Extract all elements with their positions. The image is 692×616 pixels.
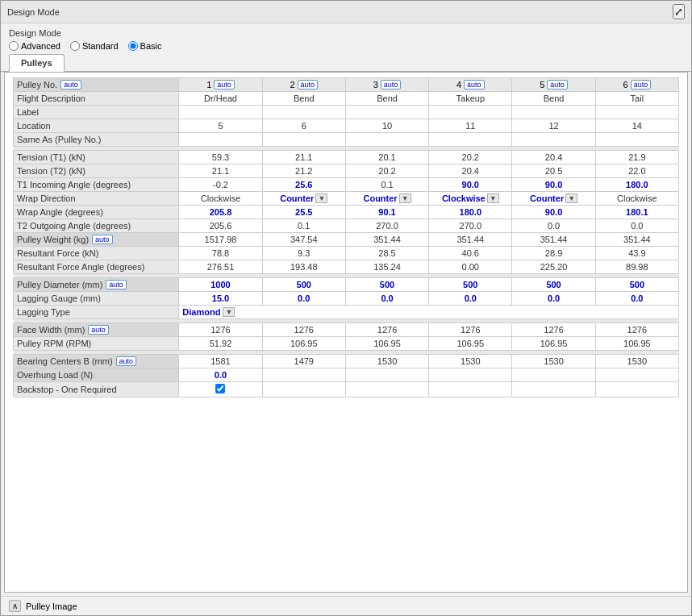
pw-col1: 1517.98 <box>179 233 262 247</box>
t2oa-col6: 0.0 <box>595 219 678 233</box>
radio-standard[interactable]: Standard <box>70 41 119 51</box>
wd-col5[interactable]: Counter ▼ <box>512 192 595 206</box>
t1-col4: 20.2 <box>429 151 512 164</box>
pd-col5: 500 <box>512 278 595 292</box>
wrap-direction-label: Wrap Direction <box>14 192 179 206</box>
bearing-centers-row: Bearing Centers B (mm) auto 1581 1479 15… <box>14 355 679 368</box>
wrap-angle-row: Wrap Angle (degrees) 205.8 25.5 90.1 180… <box>14 206 679 219</box>
backstop-col2 <box>262 382 345 397</box>
col3-auto-btn[interactable]: auto <box>381 80 402 89</box>
rf-col3: 28.5 <box>345 247 428 260</box>
wd-col2[interactable]: Counter ▼ <box>262 192 345 206</box>
pulley-weight-auto-btn[interactable]: auto <box>92 235 113 244</box>
pulley-weight-row: Pulley Weight (kg) auto 1517.98 347.54 3… <box>14 233 679 247</box>
wd-col2-arrow[interactable]: ▼ <box>315 194 327 203</box>
wd-col5-text: Counter <box>530 194 564 203</box>
t1-col1: 59.3 <box>179 151 262 164</box>
backstop-row: Backstop - One Required <box>14 382 679 397</box>
face-width-text: Face Width (mm) <box>17 325 85 335</box>
radio-advanced-input[interactable] <box>9 41 19 51</box>
bearing-centers-auto-btn[interactable]: auto <box>116 356 137 366</box>
pulley-rpm-row: Pulley RPM (RPM) 51.92 106.95 106.95 106… <box>14 337 679 351</box>
label-row-label: Label <box>14 106 179 119</box>
rpm-col2: 106.95 <box>262 337 345 351</box>
rpm-col6: 106.95 <box>595 337 678 351</box>
backstop-col3 <box>345 382 428 397</box>
backstop-checkbox[interactable] <box>215 384 225 393</box>
header-row: Pulley No. auto 1 auto 2 auto <box>14 78 679 92</box>
wa-col2: 25.5 <box>262 206 345 219</box>
label-col2 <box>262 106 345 119</box>
lg-col1: 15.0 <box>179 292 262 306</box>
backstop-col6 <box>595 382 678 397</box>
radio-basic[interactable]: Basic <box>128 41 162 51</box>
lagging-type-value[interactable]: Diamond ▼ <box>179 306 679 319</box>
t1ia-col6: 180.0 <box>595 178 678 192</box>
main-window: Design Mode ⤢ Design Mode Advanced Stand… <box>0 0 692 616</box>
col1-auto-btn[interactable]: auto <box>214 80 235 89</box>
pd-col2: 500 <box>262 278 345 292</box>
wd-col4-text: Clockwise <box>442 194 486 203</box>
wd-col3-text: Counter <box>363 194 397 203</box>
backstop-col1[interactable] <box>179 382 262 397</box>
col1-num: 1 <box>206 80 211 89</box>
ol-col3 <box>345 368 428 382</box>
lg-col5: 0.0 <box>512 292 595 306</box>
pw-col2: 347.54 <box>262 233 345 247</box>
tension-t1-label: Tension (T1) (kN) <box>14 151 179 164</box>
col4-num: 4 <box>456 80 461 89</box>
t2oa-col3: 270.0 <box>345 219 428 233</box>
pulley-weight-label: Pulley Weight (kg) auto <box>14 233 179 247</box>
t2-outgoing-row: T2 Outgoing Angle (degrees) 205.6 0.1 27… <box>14 219 679 233</box>
fd-col6: Tail <box>595 92 678 106</box>
col5-num: 5 <box>540 80 544 89</box>
col6-num: 6 <box>623 80 628 89</box>
fd-col3: Bend <box>345 92 428 106</box>
t1ia-col5: 90.0 <box>512 178 595 192</box>
wd-col5-arrow[interactable]: ▼ <box>565 194 577 203</box>
radio-basic-input[interactable] <box>128 41 138 51</box>
wd-col4-arrow[interactable]: ▼ <box>487 194 499 203</box>
flight-description-row: Flight Description Dr/Head Bend Bend Tak… <box>14 92 679 106</box>
t1-incoming-label: T1 Incoming Angle (degrees) <box>14 178 179 192</box>
col5-header: 5 auto <box>512 78 595 92</box>
wd-col3-arrow[interactable]: ▼ <box>399 194 411 203</box>
design-mode-label: Design Mode <box>9 28 683 38</box>
pulley-no-label: Pulley No. auto <box>14 78 179 92</box>
t1ia-col2: 25.6 <box>262 178 345 192</box>
radio-advanced[interactable]: Advanced <box>9 41 60 51</box>
t2oa-col1: 205.6 <box>179 219 262 233</box>
pd-col6: 500 <box>595 278 678 292</box>
tab-pulleys[interactable]: Pulleys <box>9 54 65 72</box>
col2-auto-btn[interactable]: auto <box>298 80 319 89</box>
bearing-centers-label: Bearing Centers B (mm) auto <box>14 355 179 368</box>
rpm-col1: 51.92 <box>179 337 262 351</box>
pulley-weight-text: Pulley Weight (kg) <box>17 235 89 244</box>
pulley-image-toggle[interactable]: ∧ <box>9 600 21 612</box>
face-width-auto-btn[interactable]: auto <box>88 325 109 335</box>
lg-col4: 0.0 <box>429 292 512 306</box>
pulley-no-auto-btn[interactable]: auto <box>60 80 81 89</box>
lagging-type-arrow[interactable]: ▼ <box>223 307 235 317</box>
pulley-diameter-auto-btn[interactable]: auto <box>106 280 127 289</box>
radio-advanced-label: Advanced <box>21 41 60 51</box>
lg-col3: 0.0 <box>345 292 428 306</box>
lagging-gauge-row: Lagging Gauge (mm) 15.0 0.0 0.0 0.0 0.0 … <box>14 292 679 306</box>
col2-header: 2 auto <box>262 78 345 92</box>
bc-col2: 1479 <box>262 355 345 368</box>
location-label: Location <box>14 119 179 133</box>
radio-standard-input[interactable] <box>70 41 80 51</box>
col6-auto-btn[interactable]: auto <box>631 80 652 89</box>
backstop-label: Backstop - One Required <box>14 382 179 397</box>
col5-auto-btn[interactable]: auto <box>547 80 568 89</box>
col4-auto-btn[interactable]: auto <box>464 80 485 89</box>
resize-button[interactable]: ⤢ <box>673 4 685 19</box>
wd-col3[interactable]: Counter ▼ <box>345 192 428 206</box>
resultant-force-angle-row: Resultant Force Angle (degrees) 276.51 1… <box>14 260 679 274</box>
data-table: Pulley No. auto 1 auto 2 auto <box>13 77 679 397</box>
wd-col4[interactable]: Clockwise ▼ <box>429 192 512 206</box>
rf-col6: 43.9 <box>595 247 678 260</box>
radio-standard-label: Standard <box>82 41 119 51</box>
flight-description-label: Flight Description <box>14 92 179 106</box>
design-mode-section: Design Mode Advanced Standard Basic <box>1 23 691 54</box>
